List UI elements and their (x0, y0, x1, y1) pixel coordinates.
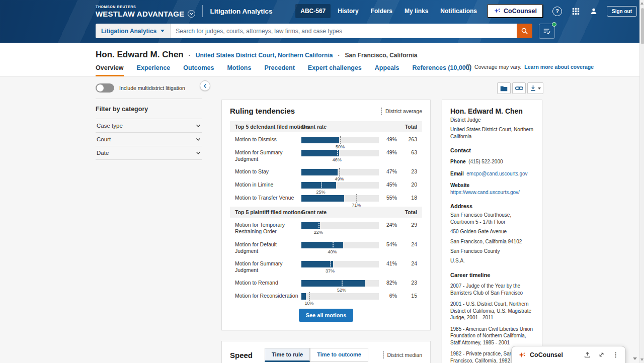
cocounsel-button[interactable]: CoCounsel (487, 4, 543, 18)
copy-link-button[interactable] (512, 82, 526, 94)
motion-row: Motion for Summary Judgment 37% 41% 24 (230, 259, 422, 279)
column-header-total: Total (397, 124, 417, 130)
tab[interactable]: Experience (137, 64, 171, 76)
grant-rate-value: 41% (379, 260, 397, 266)
ruling-tendencies-card: Ruling tendencies District average Top 5… (221, 100, 431, 330)
thomson-reuters-label: THOMSON REUTERS (96, 5, 195, 9)
research-list-button[interactable] (539, 24, 555, 39)
district-average-value: 49% (335, 176, 344, 182)
cocounsel-widget[interactable]: CoCounsel ⋮ (511, 346, 626, 363)
tab[interactable]: Expert challenges (308, 64, 362, 76)
download-button[interactable] (527, 82, 543, 94)
nav-item[interactable]: My links (399, 4, 433, 18)
multidistrict-toggle[interactable] (96, 83, 114, 93)
nav-item[interactable]: Notifications (435, 4, 482, 18)
chevron-down-icon (195, 136, 201, 142)
speed-title: Speed (230, 351, 253, 359)
total-value: 29 (397, 222, 417, 228)
district-median-legend: District median (383, 351, 422, 358)
district-average-marker (342, 279, 343, 288)
motion-row: Motion for Default Judgment 40% 54% 24 (230, 240, 422, 259)
see-all-motions-button[interactable]: See all motions (299, 309, 354, 322)
folder-button[interactable] (497, 82, 511, 94)
motion-row: Motion in Limine 25% 45% 20 (230, 180, 422, 194)
notification-dot (552, 22, 556, 27)
sign-out-button[interactable]: Sign out (607, 6, 637, 17)
district-average-marker (330, 260, 331, 268)
upload-icon[interactable] (584, 351, 591, 358)
westlaw-brand[interactable]: THOMSON REUTERS WESTLAW ADVANTAGE (96, 5, 195, 18)
sidebar-collapse-button[interactable] (200, 80, 210, 91)
contact-heading: Contact (450, 147, 534, 153)
judge-name: Hon. Edward M. Chen (450, 107, 534, 115)
email-link[interactable]: emcpo@cand.uscourts.gov (466, 171, 527, 176)
grant-rate-bar: 40% (301, 242, 379, 248)
total-value: 23 (397, 168, 417, 174)
nav-item[interactable]: History (333, 4, 363, 18)
scrollbar-down-arrow[interactable] (640, 358, 643, 361)
nav-item[interactable]: Folders (366, 4, 397, 18)
filter-label: Date (97, 150, 109, 156)
tab[interactable]: Overview (96, 64, 124, 76)
tab[interactable]: Precedent (264, 64, 294, 76)
page-header: Hon. Edward M. Chen · United States Dist… (0, 43, 644, 76)
scrollbar-thumb[interactable] (641, 8, 644, 44)
career-entry: 2001 - U.S. District Court, Northern Dis… (450, 301, 534, 321)
address-line: 450 Golden Gate Avenue (450, 228, 534, 235)
filter-accordion-item[interactable]: Court (96, 133, 202, 146)
cocounsel-button-label: CoCounsel (504, 8, 537, 15)
district-average-marker (333, 241, 334, 249)
grant-rate-value: 47% (379, 168, 397, 174)
search-button[interactable] (517, 24, 532, 38)
bar-fill (301, 169, 338, 175)
tab[interactable]: Appeals (375, 64, 399, 76)
separator-dot: · (338, 52, 340, 59)
coverage-note: Coverage may vary. Learn more about cove… (465, 64, 594, 70)
search-scope-dropdown[interactable]: Litigation Analytics (96, 24, 171, 38)
phone-value: (415) 522-2000 (468, 159, 503, 164)
filter-accordion-item[interactable]: Case type (96, 119, 202, 133)
total-value: 263 (397, 136, 417, 142)
user-account-icon[interactable] (586, 5, 602, 17)
app-grid-icon[interactable] (568, 6, 584, 17)
chevron-down-icon (538, 87, 541, 89)
motion-row: Motion to Remand 52% 82% 23 (230, 279, 422, 292)
list-check-icon (543, 27, 551, 35)
motion-label: Motion in Limine (235, 182, 301, 188)
judge-profile-panel: Hon. Edward M. Chen District Judge Unite… (442, 100, 542, 363)
vertical-scrollbar[interactable] (639, 0, 644, 363)
filter-accordion-item[interactable]: Date (96, 146, 202, 160)
court-link[interactable]: United States District Court, Northern C… (196, 52, 333, 59)
page-title: Hon. Edward M. Chen (96, 50, 184, 60)
district-average-value: 37% (326, 268, 335, 274)
grant-rate-value: 49% (379, 136, 397, 142)
tab[interactable]: References (10,000) (412, 64, 471, 76)
filter-label: Court (97, 136, 111, 142)
search-scope-label: Litigation Analytics (101, 28, 156, 35)
motion-label: Motion for Summary Judgment (235, 149, 301, 162)
kebab-menu-icon[interactable]: ⋮ (612, 351, 619, 358)
ruling-sections: Top 5 defendant filed motions Grant rate… (230, 121, 422, 305)
district-average-marker (309, 292, 310, 301)
grant-rate-bar: 25% (301, 182, 379, 189)
brand-dropdown-icon[interactable] (188, 10, 195, 18)
motion-row: Motion for Reconsideration 10% 6% 15 (230, 292, 422, 305)
website-link[interactable]: https://www.cand.uscourts.gov/ (450, 190, 520, 195)
grant-rate-bar: 22% (301, 222, 379, 229)
scrollbar-up-arrow[interactable] (640, 2, 643, 5)
grant-rate-value: 49% (379, 149, 397, 155)
address-line: San Francisco County (450, 248, 534, 255)
client-id-button[interactable]: ABC-567 (295, 4, 331, 18)
legend-label: District average (385, 108, 422, 114)
separator-dot: · (189, 52, 191, 59)
tab[interactable]: Outcomes (183, 64, 214, 76)
search-input[interactable] (171, 24, 517, 38)
expand-icon[interactable] (598, 351, 605, 358)
help-icon[interactable]: ? (552, 7, 562, 16)
speed-tab[interactable]: Time to rule (265, 348, 310, 362)
speed-tab[interactable]: Time to outcome (310, 348, 368, 362)
filter-list: Case type Court Date (96, 119, 202, 160)
tab[interactable]: Motions (227, 64, 251, 76)
coverage-learn-more-link[interactable]: Learn more about coverage (524, 64, 594, 70)
motion-rows: Motion for Temporary Restraining Order 2… (230, 221, 422, 305)
